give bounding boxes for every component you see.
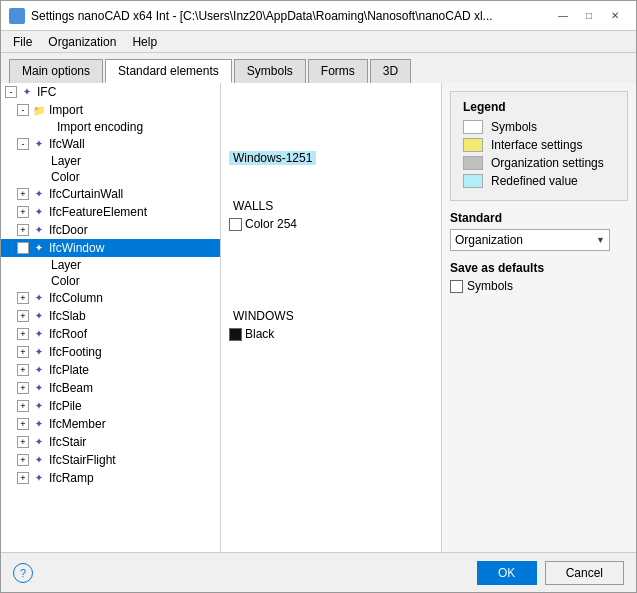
expand-ifcstairflight[interactable]: +	[17, 454, 29, 466]
import-encoding-value: Windows-1251	[229, 151, 316, 165]
tree-row-ifcwall[interactable]: - ✦ IfcWall	[1, 135, 220, 153]
tree-row-ifcslab[interactable]: + ✦ IfcSlab	[1, 307, 220, 325]
tab-forms[interactable]: Forms	[308, 59, 368, 83]
ifccurtainwall-icon: ✦	[31, 186, 47, 202]
ifcplate-icon: ✦	[31, 362, 47, 378]
tab-symbols[interactable]: Symbols	[234, 59, 306, 83]
expand-ifcwindow[interactable]: -	[17, 242, 29, 254]
close-button[interactable]: ✕	[602, 6, 628, 26]
ok-button[interactable]: OK	[477, 561, 537, 585]
tree-row-ifcwall-layer[interactable]: Layer	[1, 153, 220, 169]
expand-ifcwall[interactable]: -	[17, 138, 29, 150]
tree-row-ifcstairflight[interactable]: + ✦ IfcStairFlight	[1, 451, 220, 469]
legend-swatch-organization	[463, 156, 483, 170]
ifcslab-icon: ✦	[31, 308, 47, 324]
ifc-icon: ✦	[19, 84, 35, 100]
tab-standard-elements[interactable]: Standard elements	[105, 59, 232, 83]
tree-label-ifcstairflight: IfcStairFlight	[49, 453, 116, 467]
tab-3d[interactable]: 3D	[370, 59, 411, 83]
legend-swatch-symbols	[463, 120, 483, 134]
legend-item-redefined: Redefined value	[463, 174, 615, 188]
expand-ifcplate[interactable]: +	[17, 364, 29, 376]
expand-ifcmember[interactable]: +	[17, 418, 29, 430]
tree-label-ifcfooting: IfcFooting	[49, 345, 102, 359]
tab-content: - ✦ IFC - 📁 Import Import encoding - ✦ I…	[1, 83, 636, 552]
menu-help[interactable]: Help	[124, 33, 165, 51]
tab-main-options[interactable]: Main options	[9, 59, 103, 83]
expand-ifcfeatureelement[interactable]: +	[17, 206, 29, 218]
tree-row-ifcroof[interactable]: + ✦ IfcRoof	[1, 325, 220, 343]
save-defaults-section: Save as defaults Symbols	[450, 261, 628, 293]
tree-row-ifcramp[interactable]: + ✦ IfcRamp	[1, 469, 220, 487]
tree-label-ifcfeatureelement: IfcFeatureElement	[49, 205, 147, 219]
ifcwall-color-value: Color 254	[245, 217, 297, 231]
expand-ifcfooting[interactable]: +	[17, 346, 29, 358]
legend-section: Legend Symbols Interface settings Organi…	[450, 91, 628, 201]
tree-row-ifcdoor[interactable]: + ✦ IfcDoor	[1, 221, 220, 239]
expand-ifcbeam[interactable]: +	[17, 382, 29, 394]
expand-ifcstair[interactable]: +	[17, 436, 29, 448]
tree-label-ifcwall-color: Color	[51, 170, 80, 184]
tree-label-import-encoding: Import encoding	[57, 120, 143, 134]
ifcramp-icon: ✦	[31, 470, 47, 486]
tree-row-ifccurtainwall[interactable]: + ✦ IfcCurtainWall	[1, 185, 220, 203]
tree-row-ifcpile[interactable]: + ✦ IfcPile	[1, 397, 220, 415]
tree-label-ifcbeam: IfcBeam	[49, 381, 93, 395]
tree-row-ifcwindow-color[interactable]: Color	[1, 273, 220, 289]
ifcwindow-color-value: Black	[245, 327, 274, 341]
tree-label-ifcwindow-layer: Layer	[51, 258, 81, 272]
ifcwall-layer-value: WALLS	[229, 198, 277, 214]
tree-row-ifcbeam[interactable]: + ✦ IfcBeam	[1, 379, 220, 397]
ifcdoor-icon: ✦	[31, 222, 47, 238]
tree-row-ifcstair[interactable]: + ✦ IfcStair	[1, 433, 220, 451]
save-defaults-symbols-label: Symbols	[467, 279, 513, 293]
dropdown-arrow-icon: ▼	[596, 235, 605, 245]
tree-row-ifcwall-color[interactable]: Color	[1, 169, 220, 185]
tree-row-ifcplate[interactable]: + ✦ IfcPlate	[1, 361, 220, 379]
tree-label-ifcwall: IfcWall	[49, 137, 85, 151]
tree-row-import-encoding[interactable]: Import encoding	[1, 119, 220, 135]
save-defaults-symbols-row: Symbols	[450, 279, 628, 293]
expand-ifc[interactable]: -	[5, 86, 17, 98]
menu-organization[interactable]: Organization	[40, 33, 124, 51]
ifcfeatureelement-icon: ✦	[31, 204, 47, 220]
tree-label-ifcplate: IfcPlate	[49, 363, 89, 377]
standard-dropdown[interactable]: Organization ▼	[450, 229, 610, 251]
ifcstair-icon: ✦	[31, 434, 47, 450]
tree-row-import[interactable]: - 📁 Import	[1, 101, 220, 119]
help-button[interactable]: ?	[13, 563, 33, 583]
minimize-button[interactable]: —	[550, 6, 576, 26]
expand-ifcslab[interactable]: +	[17, 310, 29, 322]
legend-swatch-redefined	[463, 174, 483, 188]
expand-ifcramp[interactable]: +	[17, 472, 29, 484]
expand-import[interactable]: -	[17, 104, 29, 116]
ifcwindow-color-swatch	[229, 328, 242, 341]
expand-ifccurtainwall[interactable]: +	[17, 188, 29, 200]
tree-row-ifcwindow[interactable]: - ✦ IfcWindow	[1, 239, 220, 257]
tree-label-ifccolumn: IfcColumn	[49, 291, 103, 305]
menu-file[interactable]: File	[5, 33, 40, 51]
expand-ifcdoor[interactable]: +	[17, 224, 29, 236]
expand-ifcpile[interactable]: +	[17, 400, 29, 412]
tree-label-ifcwindow: IfcWindow	[49, 241, 104, 255]
expand-ifcroof[interactable]: +	[17, 328, 29, 340]
legend-label-organization: Organization settings	[491, 156, 604, 170]
expand-ifccolumn[interactable]: +	[17, 292, 29, 304]
menu-bar: File Organization Help	[1, 31, 636, 53]
tree-row-ifccolumn[interactable]: + ✦ IfcColumn	[1, 289, 220, 307]
ifcwall-color-swatch	[229, 218, 242, 231]
tree-label-ifcmember: IfcMember	[49, 417, 106, 431]
tree-panel: - ✦ IFC - 📁 Import Import encoding - ✦ I…	[1, 83, 221, 552]
tree-row-ifc[interactable]: - ✦ IFC	[1, 83, 220, 101]
title-bar: Settings nanoCAD x64 Int - [C:\Users\Inz…	[1, 1, 636, 31]
tree-row-ifcmember[interactable]: + ✦ IfcMember	[1, 415, 220, 433]
import-encoding-row: Windows-1251	[225, 149, 437, 167]
tree-row-ifcfooting[interactable]: + ✦ IfcFooting	[1, 343, 220, 361]
cancel-button[interactable]: Cancel	[545, 561, 624, 585]
maximize-button[interactable]: □	[576, 6, 602, 26]
ifcwall-color-row: Color 254	[225, 215, 437, 233]
tree-row-ifcfeatureelement[interactable]: + ✦ IfcFeatureElement	[1, 203, 220, 221]
tree-row-ifcwindow-layer[interactable]: Layer	[1, 257, 220, 273]
save-defaults-symbols-checkbox[interactable]	[450, 280, 463, 293]
tree-label-import: Import	[49, 103, 83, 117]
